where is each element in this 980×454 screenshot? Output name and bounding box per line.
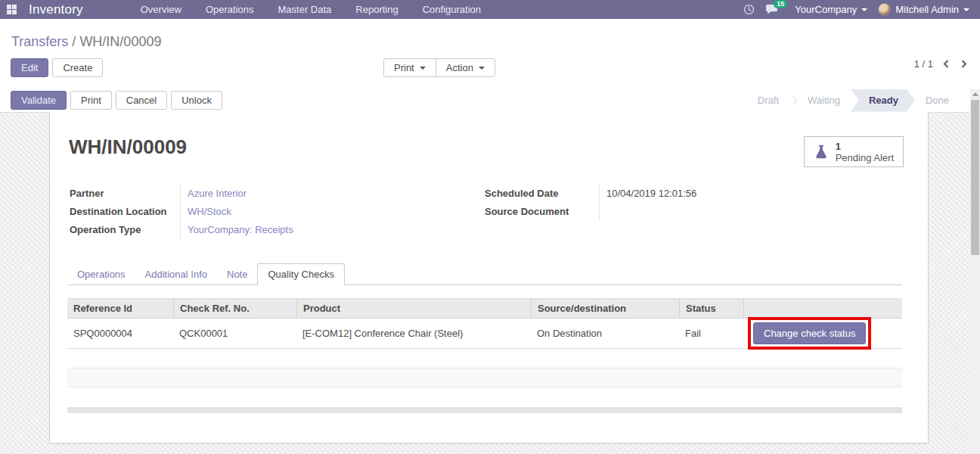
source-document-value bbox=[599, 202, 765, 220]
quality-checks-table: Reference Id Check Ref. No. Product Sour… bbox=[67, 298, 902, 413]
destination-location-link[interactable]: WH/Stock bbox=[188, 206, 231, 217]
field-scheduled-date: Scheduled Date 10/04/2019 12:01:56 bbox=[485, 184, 765, 202]
fields-right-column: Scheduled Date 10/04/2019 12:01:56 Sourc… bbox=[485, 184, 765, 220]
field-label: Source Document bbox=[485, 206, 599, 217]
edit-button[interactable]: Edit bbox=[11, 58, 48, 77]
breadcrumb-separator: / bbox=[68, 34, 79, 49]
pager-previous-button[interactable] bbox=[942, 59, 950, 69]
breadcrumb-current: WH/IN/00009 bbox=[79, 34, 161, 49]
table-footer-bar bbox=[67, 407, 902, 413]
menu-item-operations[interactable]: Operations bbox=[194, 0, 266, 19]
company-switcher[interactable]: YourCompany bbox=[795, 4, 867, 15]
header-actions bbox=[743, 299, 902, 318]
step-done[interactable]: Done bbox=[915, 89, 960, 112]
breadcrumb: Transfers / WH/IN/00009 bbox=[0, 19, 980, 50]
field-source-document: Source Document bbox=[485, 202, 765, 220]
cell-status: Fail bbox=[679, 328, 743, 339]
status-steps: Draft Waiting Ready Done bbox=[747, 89, 960, 112]
tab-additional-info[interactable]: Additional Info bbox=[135, 264, 217, 285]
menu-item-overview[interactable]: Overview bbox=[129, 0, 194, 19]
header-status[interactable]: Status bbox=[679, 299, 743, 318]
validate-button[interactable]: Validate bbox=[11, 91, 67, 110]
message-count-badge: 15 bbox=[774, 0, 787, 8]
main-menu: Overview Operations Master Data Reportin… bbox=[129, 0, 493, 19]
inventory-app-window: Inventory Overview Operations Master Dat… bbox=[0, 0, 980, 454]
step-waiting[interactable]: Waiting bbox=[797, 89, 851, 112]
partner-link[interactable]: Azure Interior bbox=[188, 188, 247, 199]
step-ready[interactable]: Ready bbox=[851, 89, 915, 112]
field-destination-location: Destination Location WH/Stock bbox=[70, 202, 346, 220]
user-name: Mitchell Admin bbox=[895, 4, 959, 15]
change-check-status-button[interactable]: Change check status bbox=[753, 322, 866, 344]
scheduled-date-value: 10/04/2019 12:01:56 bbox=[599, 184, 765, 202]
menu-item-configuration[interactable]: Configuration bbox=[411, 0, 493, 19]
control-panel: Transfers / WH/IN/00009 Edit Create Prin… bbox=[0, 19, 980, 89]
field-partner: Partner Azure Interior bbox=[70, 184, 346, 202]
company-name: YourCompany bbox=[795, 4, 857, 15]
chevron-down-icon bbox=[963, 8, 969, 11]
header-product[interactable]: Product bbox=[296, 299, 531, 318]
scrollbar-up-button[interactable] bbox=[970, 89, 980, 99]
scrollbar-thumb[interactable] bbox=[971, 100, 979, 255]
cell-check-ref-no: QCK00001 bbox=[173, 328, 296, 339]
cancel-button[interactable]: Cancel bbox=[116, 91, 167, 110]
user-menu[interactable]: Mitchell Admin bbox=[878, 3, 969, 16]
action-dropdown-label: Action bbox=[446, 62, 473, 73]
avatar bbox=[878, 3, 891, 16]
chevron-down-icon bbox=[420, 67, 426, 70]
cell-product: [E-COM12] Conference Chair (Steel) bbox=[296, 328, 531, 339]
cell-reference-id: SPQ0000004 bbox=[67, 328, 173, 339]
step-draft[interactable]: Draft bbox=[747, 89, 789, 112]
tab-operations[interactable]: Operations bbox=[67, 264, 135, 285]
print-dropdown-label: Print bbox=[394, 62, 414, 73]
pending-alert-button[interactable]: 1 Pending Alert bbox=[804, 136, 904, 167]
field-operation-type: Operation Type YourCompany: Receipts bbox=[70, 220, 346, 238]
tab-quality-checks[interactable]: Quality Checks bbox=[257, 263, 344, 285]
fields-left-column: Partner Azure Interior Destination Locat… bbox=[70, 184, 346, 238]
record-title: WH/IN/00009 bbox=[69, 135, 187, 159]
empty-row bbox=[67, 368, 902, 387]
app-brand[interactable]: Inventory bbox=[29, 2, 83, 17]
tab-note[interactable]: Note bbox=[217, 264, 257, 285]
field-label: Scheduled Date bbox=[485, 188, 599, 199]
alert-label: Pending Alert bbox=[836, 152, 894, 163]
print-button[interactable]: Print bbox=[70, 91, 112, 110]
table-row[interactable]: SPQ0000004 QCK00001 [E-COM12] Conference… bbox=[67, 319, 902, 349]
flask-icon bbox=[814, 143, 829, 160]
field-label: Destination Location bbox=[70, 206, 180, 217]
form-statusbar: Validate Print Cancel Unlock Draft Waiti… bbox=[0, 89, 980, 113]
print-dropdown[interactable]: Print bbox=[383, 58, 436, 77]
apps-menu-button[interactable] bbox=[0, 0, 23, 19]
menu-item-reporting[interactable]: Reporting bbox=[343, 0, 410, 19]
operation-type-link[interactable]: YourCompany: Receipts bbox=[188, 224, 293, 235]
pager-value: 1 / 1 bbox=[914, 58, 933, 70]
red-highlight-annotation: Change check status bbox=[748, 317, 871, 350]
chevron-down-icon bbox=[479, 67, 485, 70]
pager-next-button[interactable] bbox=[960, 59, 968, 69]
header-reference-id[interactable]: Reference Id bbox=[67, 299, 173, 318]
chevron-down-icon bbox=[861, 8, 867, 11]
content-area: WH/IN/00009 1 Pending Alert Partner Azur… bbox=[0, 113, 980, 454]
header-source-destination[interactable]: Source/destination bbox=[531, 299, 679, 318]
vertical-scrollbar[interactable] bbox=[970, 89, 980, 454]
form-sheet: WH/IN/00009 1 Pending Alert Partner Azur… bbox=[49, 112, 929, 443]
messages-icon[interactable]: 15 bbox=[765, 4, 778, 15]
control-panel-buttons: Edit Create Print Action 1 / 1 bbox=[0, 58, 980, 79]
field-label: Partner bbox=[70, 188, 180, 199]
activities-clock-icon[interactable] bbox=[743, 4, 755, 15]
empty-row bbox=[67, 387, 902, 407]
menu-item-master-data[interactable]: Master Data bbox=[266, 0, 344, 19]
header-check-ref-no[interactable]: Check Ref. No. bbox=[173, 299, 296, 318]
alert-count: 1 bbox=[836, 141, 894, 152]
systray: 15 YourCompany Mitchell Admin bbox=[743, 3, 980, 16]
action-dropdown[interactable]: Action bbox=[436, 58, 495, 77]
empty-row bbox=[67, 349, 902, 368]
apps-grid-icon bbox=[7, 5, 17, 14]
breadcrumb-transfers-link[interactable]: Transfers bbox=[11, 34, 68, 49]
top-navbar: Inventory Overview Operations Master Dat… bbox=[0, 0, 980, 19]
create-button[interactable]: Create bbox=[52, 58, 103, 77]
triangle-up-icon bbox=[972, 92, 978, 96]
unlock-button[interactable]: Unlock bbox=[171, 91, 222, 110]
notebook-tabs: Operations Additional Info Note Quality … bbox=[67, 264, 902, 285]
cell-source-destination: On Destination bbox=[531, 328, 679, 339]
